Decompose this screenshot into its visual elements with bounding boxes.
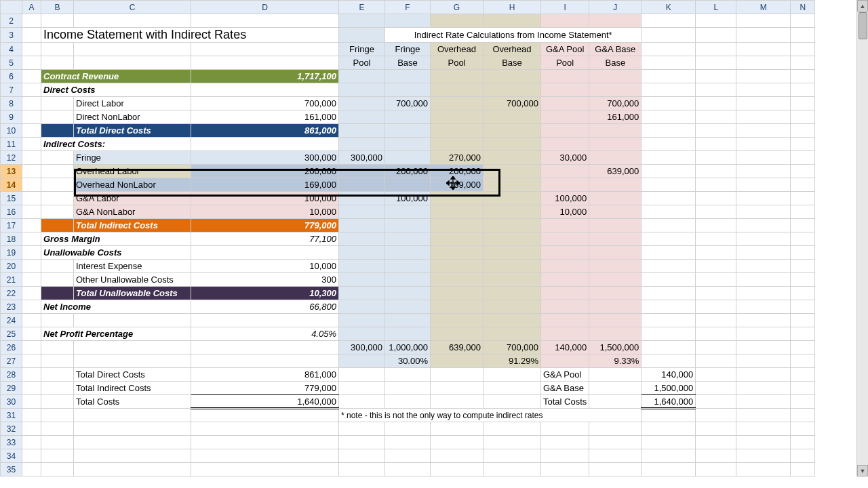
row-header[interactable]: 2 bbox=[1, 14, 22, 28]
row-header[interactable]: 30 bbox=[1, 395, 22, 409]
hdr-ga-base: G&A Base bbox=[589, 43, 642, 56]
svg-marker-4 bbox=[446, 181, 449, 185]
total-indirect-label: Total Indirect Costs bbox=[74, 219, 191, 232]
row-header[interactable]: 21 bbox=[1, 273, 22, 287]
row-header[interactable]: 14 bbox=[1, 178, 22, 192]
row-header[interactable]: 17 bbox=[1, 219, 22, 232]
net-income-label: Net Income bbox=[41, 300, 191, 314]
row-header[interactable]: 9 bbox=[1, 110, 22, 124]
col-header[interactable]: L bbox=[696, 1, 736, 14]
row-header[interactable]: 20 bbox=[1, 260, 22, 273]
col-header[interactable]: D bbox=[191, 1, 339, 14]
svg-marker-2 bbox=[451, 176, 455, 179]
spreadsheet-grid[interactable]: A B C D E F G H I J K L M N 2 3Income St… bbox=[0, 0, 815, 476]
row-header[interactable]: 5 bbox=[1, 56, 22, 70]
col-header[interactable]: G bbox=[431, 1, 484, 14]
direct-costs-label: Direct Costs bbox=[41, 83, 191, 97]
row-header[interactable]: 4 bbox=[1, 43, 22, 56]
vertical-scrollbar[interactable]: ▲ ▼ bbox=[856, 0, 868, 476]
total-direct-label: Total Direct Costs bbox=[74, 124, 191, 138]
hdr-oh-base: Overhead bbox=[484, 43, 541, 56]
row-header[interactable]: 18 bbox=[1, 232, 22, 246]
row-header[interactable]: 15 bbox=[1, 192, 22, 205]
row-header[interactable]: 25 bbox=[1, 327, 22, 341]
overhead-labor-label: Overhead Labor bbox=[74, 165, 191, 178]
hdr-ga-pool: G&A Pool bbox=[541, 43, 589, 56]
hdr-fringe-pool: Fringe bbox=[339, 43, 385, 56]
footnote: * note - this is not the only way to com… bbox=[339, 409, 642, 422]
row-header[interactable]: 12 bbox=[1, 151, 22, 165]
ga-nonlabor-label: G&A NonLabor bbox=[74, 205, 191, 219]
svg-marker-5 bbox=[457, 181, 460, 185]
row-header[interactable]: 13 bbox=[1, 165, 22, 178]
scroll-up-icon[interactable]: ▲ bbox=[857, 0, 868, 12]
scroll-down-icon[interactable]: ▼ bbox=[857, 465, 868, 476]
other-unallowable-label: Other Unallowable Costs bbox=[74, 273, 191, 287]
move-cursor-icon bbox=[446, 176, 460, 190]
page-title: Income Statement with Indirect Rates bbox=[41, 28, 339, 43]
total-unallowable-label: Total Unallowable Costs bbox=[74, 287, 191, 300]
fringe-label: Fringe bbox=[74, 151, 191, 165]
row-header[interactable]: 3 bbox=[1, 28, 22, 43]
row-header[interactable]: 32 bbox=[1, 422, 22, 436]
hdr-fringe-base: Fringe bbox=[385, 43, 431, 56]
col-header[interactable]: B bbox=[41, 1, 74, 14]
col-header[interactable]: E bbox=[339, 1, 385, 14]
col-header[interactable]: F bbox=[385, 1, 431, 14]
overhead-nonlabor-label: Overhead NonLabor bbox=[74, 178, 191, 192]
row-header[interactable]: 10 bbox=[1, 124, 22, 138]
row-header[interactable]: 16 bbox=[1, 205, 22, 219]
contract-revenue-val: 1,717,100 bbox=[191, 70, 339, 83]
ga-labor-label: G&A Labor bbox=[74, 192, 191, 205]
row-header[interactable]: 34 bbox=[1, 449, 22, 463]
row-header[interactable]: 35 bbox=[1, 463, 22, 476]
row-header[interactable]: 29 bbox=[1, 382, 22, 395]
col-header[interactable]: C bbox=[74, 1, 191, 14]
row-header[interactable]: 6 bbox=[1, 70, 22, 83]
row-header[interactable]: 31 bbox=[1, 409, 22, 422]
row-header[interactable]: 33 bbox=[1, 436, 22, 449]
row-header[interactable]: 28 bbox=[1, 368, 22, 382]
col-header[interactable]: M bbox=[736, 1, 791, 14]
row-header[interactable]: 7 bbox=[1, 83, 22, 97]
gross-margin-label: Gross Margin bbox=[41, 232, 191, 246]
svg-marker-3 bbox=[451, 187, 455, 190]
col-header[interactable]: I bbox=[541, 1, 589, 14]
net-profit-pct-label: Net Profit Percentage bbox=[41, 327, 191, 341]
scroll-thumb[interactable] bbox=[859, 12, 867, 39]
interest-expense-label: Interest Expense bbox=[74, 260, 191, 273]
row-header[interactable]: 26 bbox=[1, 341, 22, 354]
select-all-corner[interactable] bbox=[1, 1, 22, 14]
calc-title: Indirect Rate Calculations from Income S… bbox=[385, 28, 642, 43]
col-header[interactable]: N bbox=[791, 1, 815, 14]
row-header[interactable]: 23 bbox=[1, 300, 22, 314]
column-headers[interactable]: A B C D E F G H I J K L M N bbox=[1, 1, 815, 14]
row-header[interactable]: 24 bbox=[1, 314, 22, 327]
row-header[interactable]: 19 bbox=[1, 246, 22, 260]
col-header[interactable]: K bbox=[642, 1, 696, 14]
indirect-costs-label: Indirect Costs: bbox=[41, 138, 191, 151]
direct-labor-label: Direct Labor bbox=[74, 97, 191, 110]
col-header[interactable]: A bbox=[22, 1, 41, 14]
row-header[interactable]: 8 bbox=[1, 97, 22, 110]
row-header[interactable]: 11 bbox=[1, 138, 22, 151]
unallowable-label: Unallowable Costs bbox=[41, 246, 191, 260]
col-header[interactable]: H bbox=[484, 1, 541, 14]
row-header[interactable]: 27 bbox=[1, 354, 22, 368]
row-header[interactable]: 22 bbox=[1, 287, 22, 300]
contract-revenue-label: Contract Revenue bbox=[41, 70, 191, 83]
col-header[interactable]: J bbox=[589, 1, 642, 14]
direct-nonlabor-label: Direct NonLabor bbox=[74, 110, 191, 124]
hdr-oh-pool: Overhead bbox=[431, 43, 484, 56]
